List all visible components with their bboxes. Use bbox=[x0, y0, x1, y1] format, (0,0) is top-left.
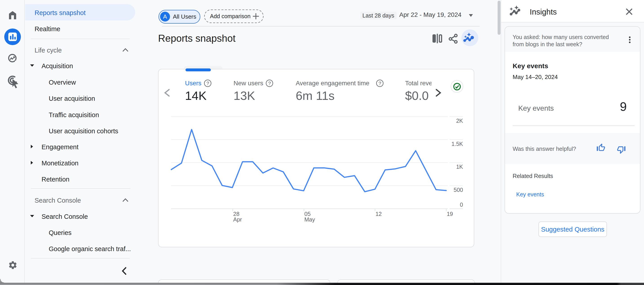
svg-text:500: 500 bbox=[454, 187, 463, 193]
svg-text:2K: 2K bbox=[456, 118, 463, 124]
svg-text:0: 0 bbox=[460, 202, 463, 208]
svg-text:May: May bbox=[304, 216, 315, 223]
svg-text:19: 19 bbox=[446, 211, 453, 217]
svg-text:1K: 1K bbox=[456, 164, 463, 170]
svg-text:28: 28 bbox=[233, 211, 240, 217]
svg-text:05: 05 bbox=[304, 211, 311, 217]
svg-text:12: 12 bbox=[376, 211, 382, 217]
svg-text:Apr: Apr bbox=[233, 216, 242, 223]
svg-text:1.5K: 1.5K bbox=[452, 141, 463, 147]
